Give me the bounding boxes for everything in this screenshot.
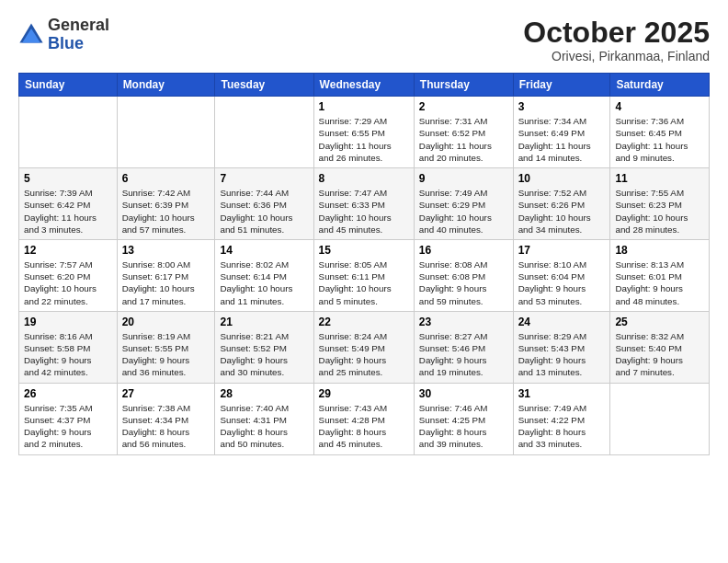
day-info: Sunrise: 7:49 AM Sunset: 6:29 PM Dayligh…: [419, 187, 508, 236]
day-info: Sunrise: 8:08 AM Sunset: 6:08 PM Dayligh…: [419, 259, 508, 307]
calendar-cell: 20Sunrise: 8:19 AM Sunset: 5:55 PM Dayli…: [117, 311, 215, 383]
day-number: 17: [518, 244, 606, 257]
calendar-cell: 7Sunrise: 7:44 AM Sunset: 6:36 PM Daylig…: [215, 168, 313, 240]
day-number: 20: [122, 316, 210, 328]
day-info: Sunrise: 7:43 AM Sunset: 4:28 PM Dayligh…: [319, 402, 409, 451]
weekday-header-monday: Monday: [117, 74, 215, 97]
calendar-cell: 12Sunrise: 7:57 AM Sunset: 6:20 PM Dayli…: [19, 239, 118, 311]
day-info: Sunrise: 7:36 AM Sunset: 6:45 PM Dayligh…: [615, 115, 704, 164]
calendar-cell: 28Sunrise: 7:40 AM Sunset: 4:31 PM Dayli…: [215, 383, 313, 454]
day-number: 18: [615, 244, 704, 257]
weekday-header-thursday: Thursday: [414, 74, 513, 97]
day-number: 26: [24, 387, 112, 400]
month-title: October 2025: [523, 17, 710, 49]
header: General Blue October 2025 Orivesi, Pirka…: [18, 17, 710, 63]
calendar-cell: 26Sunrise: 7:35 AM Sunset: 4:37 PM Dayli…: [19, 383, 118, 454]
day-number: 15: [319, 244, 409, 257]
day-info: Sunrise: 8:02 AM Sunset: 6:14 PM Dayligh…: [220, 259, 308, 307]
logo-general: General: [48, 17, 109, 35]
logo-icon: [18, 22, 44, 48]
day-number: 22: [319, 316, 409, 328]
day-number: 31: [518, 387, 606, 400]
calendar-cell: 30Sunrise: 7:46 AM Sunset: 4:25 PM Dayli…: [414, 383, 513, 454]
calendar-cell: 5Sunrise: 7:39 AM Sunset: 6:42 PM Daylig…: [19, 168, 118, 240]
calendar-cell: 13Sunrise: 8:00 AM Sunset: 6:17 PM Dayli…: [117, 239, 215, 311]
day-info: Sunrise: 8:32 AM Sunset: 5:40 PM Dayligh…: [615, 330, 704, 379]
weekday-header-row: SundayMondayTuesdayWednesdayThursdayFrid…: [19, 74, 710, 97]
day-info: Sunrise: 8:05 AM Sunset: 6:11 PM Dayligh…: [319, 259, 409, 307]
weekday-header-sunday: Sunday: [19, 74, 118, 97]
day-info: Sunrise: 7:35 AM Sunset: 4:37 PM Dayligh…: [24, 402, 112, 451]
day-number: 24: [518, 316, 606, 328]
calendar-cell: [215, 97, 313, 168]
weekday-header-tuesday: Tuesday: [215, 74, 313, 97]
calendar-cell: 6Sunrise: 7:42 AM Sunset: 6:39 PM Daylig…: [117, 168, 215, 240]
calendar-cell: 1Sunrise: 7:29 AM Sunset: 6:55 PM Daylig…: [313, 97, 414, 168]
day-info: Sunrise: 8:00 AM Sunset: 6:17 PM Dayligh…: [122, 259, 210, 307]
day-info: Sunrise: 7:47 AM Sunset: 6:33 PM Dayligh…: [319, 187, 409, 236]
day-number: 14: [220, 244, 308, 257]
day-number: 19: [24, 316, 112, 328]
day-info: Sunrise: 7:34 AM Sunset: 6:49 PM Dayligh…: [518, 115, 606, 164]
day-info: Sunrise: 8:21 AM Sunset: 5:52 PM Dayligh…: [220, 330, 308, 379]
day-info: Sunrise: 7:31 AM Sunset: 6:52 PM Dayligh…: [419, 115, 508, 164]
day-number: 29: [319, 387, 409, 400]
day-info: Sunrise: 8:13 AM Sunset: 6:01 PM Dayligh…: [615, 259, 704, 307]
day-number: 7: [220, 172, 308, 185]
day-number: 21: [220, 316, 308, 328]
calendar-cell: [19, 97, 118, 168]
calendar-cell: 3Sunrise: 7:34 AM Sunset: 6:49 PM Daylig…: [513, 97, 610, 168]
day-info: Sunrise: 7:40 AM Sunset: 4:31 PM Dayligh…: [220, 402, 308, 451]
day-info: Sunrise: 7:46 AM Sunset: 4:25 PM Dayligh…: [419, 402, 508, 451]
page: General Blue October 2025 Orivesi, Pirka…: [0, 0, 728, 563]
day-number: 1: [319, 100, 409, 113]
calendar-cell: 8Sunrise: 7:47 AM Sunset: 6:33 PM Daylig…: [313, 168, 414, 240]
day-number: 8: [319, 172, 409, 185]
calendar-cell: 11Sunrise: 7:55 AM Sunset: 6:23 PM Dayli…: [610, 168, 710, 240]
week-row-4: 19Sunrise: 8:16 AM Sunset: 5:58 PM Dayli…: [19, 311, 710, 383]
calendar-cell: 2Sunrise: 7:31 AM Sunset: 6:52 PM Daylig…: [414, 97, 513, 168]
day-info: Sunrise: 7:39 AM Sunset: 6:42 PM Dayligh…: [24, 187, 112, 236]
day-info: Sunrise: 8:10 AM Sunset: 6:04 PM Dayligh…: [518, 259, 606, 307]
week-row-3: 12Sunrise: 7:57 AM Sunset: 6:20 PM Dayli…: [19, 239, 710, 311]
weekday-header-friday: Friday: [513, 74, 610, 97]
day-number: 28: [220, 387, 308, 400]
day-info: Sunrise: 8:29 AM Sunset: 5:43 PM Dayligh…: [518, 330, 606, 379]
day-number: 25: [615, 316, 704, 328]
day-number: 5: [24, 172, 112, 185]
week-row-5: 26Sunrise: 7:35 AM Sunset: 4:37 PM Dayli…: [19, 383, 710, 454]
day-number: 27: [122, 387, 210, 400]
calendar-cell: 9Sunrise: 7:49 AM Sunset: 6:29 PM Daylig…: [414, 168, 513, 240]
calendar-cell: 18Sunrise: 8:13 AM Sunset: 6:01 PM Dayli…: [610, 239, 710, 311]
day-number: 30: [419, 387, 508, 400]
location-subtitle: Orivesi, Pirkanmaa, Finland: [523, 49, 710, 63]
day-number: 9: [419, 172, 508, 185]
calendar-cell: 25Sunrise: 8:32 AM Sunset: 5:40 PM Dayli…: [610, 311, 710, 383]
day-info: Sunrise: 7:52 AM Sunset: 6:26 PM Dayligh…: [518, 187, 606, 236]
calendar-cell: 19Sunrise: 8:16 AM Sunset: 5:58 PM Dayli…: [19, 311, 118, 383]
calendar-cell: [610, 383, 710, 454]
day-info: Sunrise: 7:57 AM Sunset: 6:20 PM Dayligh…: [24, 259, 112, 307]
day-info: Sunrise: 7:38 AM Sunset: 4:34 PM Dayligh…: [122, 402, 210, 451]
day-number: 6: [122, 172, 210, 185]
day-number: 10: [518, 172, 606, 185]
day-info: Sunrise: 8:16 AM Sunset: 5:58 PM Dayligh…: [24, 330, 112, 379]
day-info: Sunrise: 8:19 AM Sunset: 5:55 PM Dayligh…: [122, 330, 210, 379]
logo-text: General Blue: [48, 17, 109, 53]
day-info: Sunrise: 7:44 AM Sunset: 6:36 PM Dayligh…: [220, 187, 308, 236]
day-info: Sunrise: 8:27 AM Sunset: 5:46 PM Dayligh…: [419, 330, 508, 379]
calendar-cell: 16Sunrise: 8:08 AM Sunset: 6:08 PM Dayli…: [414, 239, 513, 311]
calendar-cell: 15Sunrise: 8:05 AM Sunset: 6:11 PM Dayli…: [313, 239, 414, 311]
calendar-cell: 10Sunrise: 7:52 AM Sunset: 6:26 PM Dayli…: [513, 168, 610, 240]
calendar-cell: 4Sunrise: 7:36 AM Sunset: 6:45 PM Daylig…: [610, 97, 710, 168]
calendar-cell: 22Sunrise: 8:24 AM Sunset: 5:49 PM Dayli…: [313, 311, 414, 383]
calendar-cell: 27Sunrise: 7:38 AM Sunset: 4:34 PM Dayli…: [117, 383, 215, 454]
calendar-table: SundayMondayTuesdayWednesdayThursdayFrid…: [18, 73, 710, 454]
title-block: October 2025 Orivesi, Pirkanmaa, Finland: [523, 17, 710, 63]
day-number: 11: [615, 172, 704, 185]
day-number: 13: [122, 244, 210, 257]
logo: General Blue: [18, 17, 109, 53]
weekday-header-saturday: Saturday: [610, 74, 710, 97]
day-number: 16: [419, 244, 508, 257]
week-row-1: 1Sunrise: 7:29 AM Sunset: 6:55 PM Daylig…: [19, 97, 710, 168]
